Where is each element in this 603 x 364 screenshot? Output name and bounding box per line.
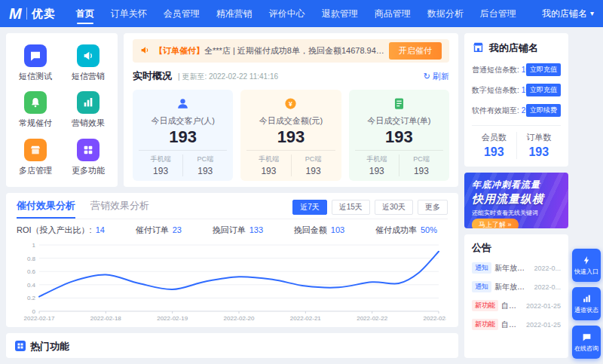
- kpi-label: 挽回订单: [213, 225, 246, 234]
- top-row: 短信测试 短信营销 常规催付 营销效果 多店管理: [6, 33, 458, 187]
- float-label: 通道状态: [574, 307, 598, 314]
- renew-button[interactable]: 立即续费: [526, 104, 561, 117]
- quick-item-label: 常规催付: [19, 118, 52, 129]
- stat-sub-label: 手机端: [355, 154, 399, 164]
- nav-item-admin[interactable]: 后台管理: [472, 0, 525, 27]
- grid-more-icon: [77, 139, 99, 161]
- nav-item-refunds[interactable]: 退款管理: [314, 0, 366, 27]
- svg-text:2022-02-23: 2022-02-23: [424, 315, 446, 322]
- svg-text:2022-02-19: 2022-02-19: [157, 315, 188, 322]
- shop-stats-row: 会员数 193 订单数 193: [472, 125, 561, 159]
- quick-item-label: 多店管理: [19, 165, 52, 176]
- kpi-value: 50%: [421, 225, 437, 234]
- quick-item-marketing-effect[interactable]: 营销效果: [72, 91, 105, 129]
- recharge-button[interactable]: 立即充值: [526, 63, 561, 76]
- svg-text:2022-02-22: 2022-02-22: [357, 315, 387, 322]
- trend-chart-container: 00.20.40.60.812022-02-172022-02-182022-0…: [17, 239, 448, 326]
- shop-name-label: 我的店铺名: [542, 8, 587, 20]
- notice-tag-badge: 通知: [472, 262, 491, 274]
- announcements-title: 公告: [472, 241, 561, 255]
- quick-item-label: 营销效果: [72, 118, 105, 129]
- stat-breakdown: 手机端193 PC端193: [139, 150, 227, 176]
- quick-item-multi-store[interactable]: 多店管理: [19, 139, 52, 176]
- stat-pc: PC端193: [399, 154, 443, 176]
- quick-item-more[interactable]: 更多功能: [72, 139, 105, 176]
- announcement-row[interactable]: 新功能 自动化营销功能上线 2022-01-25: [472, 319, 561, 330]
- chevron-down-icon: ▾: [590, 10, 594, 17]
- quick-menu-panel: 短信测试 短信营销 常规催付 营销效果 多店管理: [6, 33, 118, 187]
- banner-line3: 还能实时查看无线关键词: [472, 209, 561, 217]
- stat-title: 今日成交金额(元): [246, 115, 335, 127]
- nav-item-order-care[interactable]: 订单关怀: [103, 0, 155, 27]
- channel-status-float-button[interactable]: 通道状态: [572, 287, 601, 320]
- nav-item-products[interactable]: 商品管理: [366, 0, 419, 27]
- range-7d-button[interactable]: 近7天: [292, 200, 327, 215]
- range-15d-button[interactable]: 近15天: [332, 200, 370, 215]
- sms-quota-row: 普通短信条数:100 立即充值: [472, 63, 561, 76]
- nav-item-data-analysis[interactable]: 数据分析: [419, 0, 472, 27]
- customers-icon: [139, 96, 227, 113]
- software-expiry-row: 软件有效期至:2022-03-01 立即续费: [472, 104, 561, 117]
- main-column: 短信测试 短信营销 常规催付 营销效果 多店管理: [6, 33, 458, 358]
- overview-header: 实时概况 | 更新至: 2022-02-22 11:41:16 ↻刷新: [133, 69, 449, 83]
- kpi-value: 103: [331, 225, 344, 234]
- quick-item-sms-test[interactable]: 短信测试: [19, 44, 52, 82]
- nav-item-reviews[interactable]: 评价中心: [261, 0, 314, 27]
- kpi-label: ROI（投入产出比）:: [17, 225, 92, 234]
- overview-updated-time: | 更新至: 2022-02-22 11:41:16: [178, 72, 278, 82]
- stat-sub-label: 手机端: [246, 154, 290, 164]
- store-icon: [24, 139, 47, 161]
- hot-functions-panel: 热门功能: [6, 333, 458, 358]
- announcement-date: 2022-01-25: [526, 302, 561, 310]
- order-count: 订单数 193: [516, 132, 562, 159]
- quick-item-payment-reminder[interactable]: 常规催付: [19, 91, 52, 129]
- yuan-coin-icon: ¥: [246, 96, 335, 113]
- start-reminder-button[interactable]: 开启催付: [389, 42, 442, 60]
- svg-text:0.8: 0.8: [27, 255, 36, 262]
- nav-item-home[interactable]: 首页: [68, 0, 103, 27]
- tab-payment-analysis[interactable]: 催付效果分析: [17, 199, 75, 219]
- megaphone-icon: [77, 44, 99, 67]
- announcement-row[interactable]: 通知 新年放假通知!!! 2022-0...: [472, 262, 561, 274]
- banner-line2: 快用流量纵横: [472, 192, 561, 206]
- announcement-text: 自动化营销功能上线: [501, 301, 523, 311]
- kpi-reminder-orders: 催付订单23: [136, 225, 182, 236]
- nav-item-precision-marketing[interactable]: 精准营销: [208, 0, 261, 27]
- kpi-value: 133: [249, 225, 263, 234]
- svg-text:2022-02-17: 2022-02-17: [24, 315, 55, 322]
- stat-sub-value: 193: [355, 166, 399, 176]
- quick-item-label: 更多功能: [72, 165, 105, 176]
- banner-cta-button[interactable]: 马上了解 »: [472, 219, 519, 228]
- kpi-label: 挽回金额: [294, 225, 327, 234]
- stat-sub-label: PC端: [183, 154, 227, 164]
- refresh-button[interactable]: ↻刷新: [424, 71, 449, 82]
- payment-trend-line-chart: 00.20.40.60.812022-02-172022-02-182022-0…: [17, 239, 446, 323]
- announcement-date: 2022-0...: [534, 265, 561, 272]
- kpi-recovered-amount: 挽回金额103: [294, 225, 344, 236]
- quick-entry-float-button[interactable]: 快速入口: [572, 249, 601, 282]
- range-30d-button[interactable]: 近30天: [375, 200, 413, 215]
- announcement-row[interactable]: 通知 新年放假通知!!! 2022-0...: [472, 281, 561, 292]
- svg-text:0.6: 0.6: [27, 268, 36, 275]
- tab-marketing-analysis[interactable]: 营销效果分析: [90, 199, 149, 219]
- announcement-date: 2022-0...: [534, 283, 561, 291]
- speaker-icon: [140, 45, 150, 57]
- stat-sub-label: PC端: [292, 154, 335, 164]
- overview-stat-cards: 今日成交客户(人) 193 手机端193 PC端193 ¥ 今日成交金额(元) …: [133, 90, 449, 181]
- shop-panel-title: 我的店铺名: [489, 41, 538, 55]
- range-more-button[interactable]: 更多: [418, 200, 448, 215]
- recharge-button[interactable]: 立即充值: [526, 84, 561, 96]
- app-logo[interactable]: M 优卖: [9, 6, 56, 21]
- quick-item-sms-marketing[interactable]: 短信营销: [72, 44, 105, 82]
- announcement-row[interactable]: 新功能 自动化营销功能上线 2022-01-25: [472, 300, 561, 311]
- shop-name-dropdown[interactable]: 我的店铺名 ▾: [542, 8, 594, 20]
- stat-pc: PC端193: [291, 154, 335, 176]
- nav-item-members[interactable]: 会员管理: [155, 0, 208, 27]
- notice-message: 【订单催付】全***店 | 近期催付成功8单，挽回金额14678.94元，催付成…: [155, 45, 384, 57]
- promo-banner[interactable]: 年底冲刺看流量 快用流量纵横 还能实时查看无线关键词 马上了解 »: [464, 173, 568, 228]
- online-support-float-button[interactable]: 在线咨询: [572, 326, 601, 359]
- stat-label: 订单数: [517, 132, 562, 143]
- digital-sms-quota-row: 数字短信条数:100 立即充值: [472, 84, 561, 96]
- quick-item-label: 短信测试: [19, 71, 52, 82]
- stat-breakdown: 手机端193 PC端193: [246, 150, 335, 176]
